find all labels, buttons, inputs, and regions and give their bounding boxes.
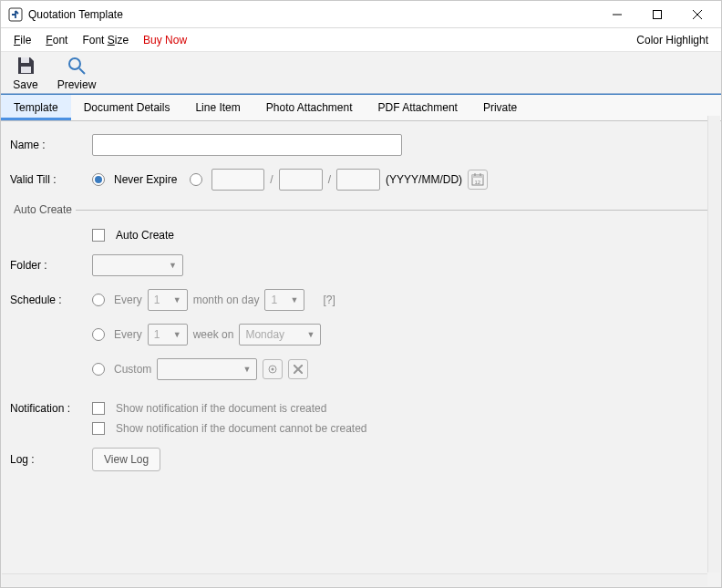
notification-label: Notification : <box>10 402 92 415</box>
preview-icon <box>67 55 87 77</box>
date-format-label: (YYYY/MM/DD) <box>386 173 462 186</box>
chevron-down-icon: ▼ <box>173 330 181 339</box>
svg-rect-2 <box>654 10 662 18</box>
chevron-down-icon: ▼ <box>169 261 177 270</box>
valid-till-year[interactable] <box>211 169 264 191</box>
svg-line-8 <box>79 68 85 74</box>
minimize-button[interactable] <box>597 2 637 27</box>
svg-rect-5 <box>21 57 29 63</box>
schedule-weekly-radio[interactable] <box>92 328 105 341</box>
menu-color-highlight[interactable]: Color Highlight <box>629 30 716 50</box>
tab-pdf-attachment[interactable]: PDF Attachment <box>366 95 470 120</box>
name-input[interactable] <box>92 134 402 156</box>
svg-point-7 <box>69 58 80 69</box>
tabstrip: Template Document Details Line Item Phot… <box>1 94 721 121</box>
menu-file[interactable]: File <box>6 30 38 50</box>
svg-rect-10 <box>472 175 483 178</box>
auto-create-label: Auto Create <box>116 229 174 242</box>
schedule-week-day[interactable]: Monday ▼ <box>239 324 321 346</box>
app-icon <box>8 7 23 22</box>
save-icon <box>15 55 36 77</box>
never-expire-label: Never Expire <box>114 173 177 186</box>
folder-select[interactable]: ▼ <box>92 254 183 276</box>
chevron-down-icon: ▼ <box>306 330 315 339</box>
toolbar-preview[interactable]: Preview <box>57 55 96 91</box>
toolbar: Save Preview <box>1 52 721 94</box>
schedule-label: Schedule : <box>10 294 92 306</box>
notif-created-checkbox[interactable] <box>92 402 105 415</box>
valid-till-month[interactable] <box>279 169 323 191</box>
schedule-month-count[interactable]: 1 ▼ <box>148 289 188 311</box>
tab-private[interactable]: Private <box>470 95 530 120</box>
name-label: Name : <box>10 139 92 151</box>
tab-photo-attachment[interactable]: Photo Attachment <box>253 95 366 120</box>
custom-gear-icon[interactable] <box>263 359 283 379</box>
valid-till-label: Valid Till : <box>10 173 92 186</box>
valid-till-never-radio[interactable] <box>92 173 105 186</box>
titlebar: Quotation Template <box>1 1 721 28</box>
auto-create-checkbox[interactable] <box>92 229 105 242</box>
chevron-down-icon: ▼ <box>173 295 181 304</box>
tab-document-details[interactable]: Document Details <box>71 95 183 120</box>
sep1: / <box>270 173 273 186</box>
window-title: Quotation Template <box>28 8 123 21</box>
notif-failed-label: Show notification if the document cannot… <box>116 422 367 435</box>
auto-create-group: Auto Create Auto Create Folder : ▼ Sched… <box>10 203 712 484</box>
calendar-icon[interactable]: 12 <box>468 170 488 190</box>
menubar: File Font Font Size Buy Now Color Highli… <box>1 28 721 52</box>
notif-failed-checkbox[interactable] <box>92 422 105 435</box>
maximize-button[interactable] <box>637 2 677 27</box>
toolbar-save-label: Save <box>13 78 37 91</box>
schedule-monthly-radio[interactable] <box>92 294 105 306</box>
tab-template[interactable]: Template <box>1 95 71 120</box>
svg-rect-6 <box>21 67 31 73</box>
tab-line-item[interactable]: Line Item <box>182 95 253 120</box>
toolbar-save[interactable]: Save <box>6 55 45 91</box>
template-page: Name : Valid Till : Never Expire / / (YY… <box>1 121 721 587</box>
valid-till-date-radio[interactable] <box>190 173 202 186</box>
notif-created-label: Show notification if the document is cre… <box>116 402 326 415</box>
custom-clear-icon[interactable] <box>288 359 308 379</box>
month-on-day-label: month on day <box>193 294 260 306</box>
folder-label: Folder : <box>10 259 92 272</box>
schedule-week-count[interactable]: 1 ▼ <box>148 324 188 346</box>
menu-buy-now[interactable]: Buy Now <box>136 30 194 50</box>
toolbar-preview-label: Preview <box>57 78 97 91</box>
schedule-custom-select[interactable]: ▼ <box>157 358 257 380</box>
week-on-label: week on <box>193 328 234 341</box>
schedule-help[interactable]: [?] <box>323 294 335 306</box>
sep2: / <box>328 173 331 186</box>
close-button[interactable] <box>677 2 717 27</box>
schedule-custom-radio[interactable] <box>92 363 105 376</box>
vertical-scrollbar[interactable] <box>707 116 720 573</box>
auto-create-legend: Auto Create <box>10 203 76 216</box>
chevron-down-icon: ▼ <box>290 295 298 304</box>
menu-font[interactable]: Font <box>38 30 75 50</box>
chevron-down-icon: ▼ <box>242 365 251 374</box>
svg-point-15 <box>272 368 274 371</box>
schedule-month-day[interactable]: 1 ▼ <box>264 289 304 311</box>
log-label: Log : <box>10 453 92 466</box>
horizontal-scrollbar[interactable] <box>2 573 707 586</box>
menu-font-size[interactable]: Font Size <box>75 30 136 50</box>
application-window: Quotation Template File Font Font Size B… <box>0 0 722 588</box>
custom-label: Custom <box>114 363 151 376</box>
view-log-button[interactable]: View Log <box>92 448 160 471</box>
every-label-2: Every <box>114 328 142 341</box>
valid-till-day[interactable] <box>336 169 380 191</box>
svg-text:12: 12 <box>475 180 481 185</box>
every-label-1: Every <box>114 294 142 306</box>
